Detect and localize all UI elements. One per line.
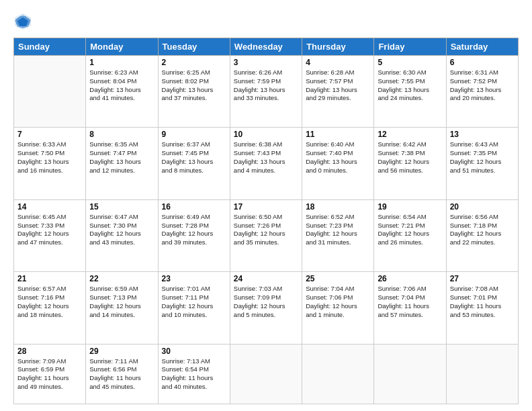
day-info: Sunrise: 6:50 AMSunset: 7:26 PMDaylight:… <box>234 213 298 247</box>
day-info: Sunrise: 6:56 AMSunset: 7:18 PMDaylight:… <box>450 213 515 247</box>
day-number: 28 <box>17 347 82 356</box>
day-info: Sunrise: 6:28 AMSunset: 7:57 PMDaylight:… <box>306 68 370 103</box>
calendar-cell: 19Sunrise: 6:54 AMSunset: 7:21 PMDayligh… <box>374 199 446 271</box>
calendar-cell: 7Sunrise: 6:33 AMSunset: 7:50 PMDaylight… <box>14 128 86 199</box>
day-info: Sunrise: 7:08 AMSunset: 7:01 PMDaylight:… <box>450 285 515 319</box>
day-number: 7 <box>17 130 82 139</box>
day-number: 15 <box>89 202 154 212</box>
day-number: 30 <box>162 347 226 356</box>
day-number: 5 <box>378 58 442 67</box>
day-info: Sunrise: 6:54 AMSunset: 7:21 PMDaylight:… <box>378 213 442 247</box>
day-info: Sunrise: 6:31 AMSunset: 7:52 PMDaylight:… <box>450 68 515 103</box>
day-info: Sunrise: 6:30 AMSunset: 7:55 PMDaylight:… <box>378 68 442 103</box>
day-number: 14 <box>17 202 82 212</box>
day-number: 2 <box>162 58 226 67</box>
day-number: 29 <box>89 347 154 356</box>
day-header-tuesday: Tuesday <box>158 38 230 56</box>
calendar-cell <box>446 344 518 404</box>
day-header-friday: Friday <box>374 38 446 56</box>
day-info: Sunrise: 7:13 AMSunset: 6:54 PMDaylight:… <box>162 357 226 392</box>
header <box>13 12 519 31</box>
calendar-cell: 27Sunrise: 7:08 AMSunset: 7:01 PMDayligh… <box>446 272 518 344</box>
day-number: 23 <box>162 274 226 283</box>
day-info: Sunrise: 6:49 AMSunset: 7:28 PMDaylight:… <box>162 213 226 247</box>
day-info: Sunrise: 6:25 AMSunset: 8:02 PMDaylight:… <box>162 68 226 103</box>
day-info: Sunrise: 6:35 AMSunset: 7:47 PMDaylight:… <box>89 140 154 175</box>
day-header-saturday: Saturday <box>446 38 518 56</box>
day-info: Sunrise: 6:43 AMSunset: 7:35 PMDaylight:… <box>450 140 515 175</box>
calendar-cell: 2Sunrise: 6:25 AMSunset: 8:02 PMDaylight… <box>158 56 230 128</box>
day-number: 17 <box>234 202 298 212</box>
day-number: 13 <box>450 130 515 139</box>
day-info: Sunrise: 7:04 AMSunset: 7:06 PMDaylight:… <box>306 285 370 319</box>
calendar-cell: 25Sunrise: 7:04 AMSunset: 7:06 PMDayligh… <box>302 272 374 344</box>
day-info: Sunrise: 6:23 AMSunset: 8:04 PMDaylight:… <box>89 68 154 103</box>
day-info: Sunrise: 6:40 AMSunset: 7:40 PMDaylight:… <box>306 140 370 175</box>
calendar-cell: 10Sunrise: 6:38 AMSunset: 7:43 PMDayligh… <box>230 128 302 199</box>
day-info: Sunrise: 6:33 AMSunset: 7:50 PMDaylight:… <box>17 140 82 175</box>
calendar-week-row: 14Sunrise: 6:45 AMSunset: 7:33 PMDayligh… <box>14 199 519 271</box>
day-header-sunday: Sunday <box>14 38 86 56</box>
day-number: 11 <box>306 130 370 139</box>
calendar-week-row: 7Sunrise: 6:33 AMSunset: 7:50 PMDaylight… <box>14 128 519 199</box>
calendar-header-row: SundayMondayTuesdayWednesdayThursdayFrid… <box>14 38 519 56</box>
day-number: 3 <box>234 58 298 67</box>
calendar-cell <box>14 56 86 128</box>
day-number: 27 <box>450 274 515 283</box>
day-number: 26 <box>378 274 442 283</box>
calendar-page: SundayMondayTuesdayWednesdayThursdayFrid… <box>0 0 532 411</box>
calendar-cell: 18Sunrise: 6:52 AMSunset: 7:23 PMDayligh… <box>302 199 374 271</box>
day-info: Sunrise: 6:42 AMSunset: 7:38 PMDaylight:… <box>378 140 442 175</box>
calendar-cell: 14Sunrise: 6:45 AMSunset: 7:33 PMDayligh… <box>14 199 86 271</box>
calendar-cell: 17Sunrise: 6:50 AMSunset: 7:26 PMDayligh… <box>230 199 302 271</box>
calendar-cell: 15Sunrise: 6:47 AMSunset: 7:30 PMDayligh… <box>86 199 158 271</box>
day-number: 25 <box>306 274 370 283</box>
day-number: 19 <box>378 202 442 212</box>
day-info: Sunrise: 6:52 AMSunset: 7:23 PMDaylight:… <box>306 213 370 247</box>
calendar-cell <box>374 344 446 404</box>
day-number: 22 <box>89 274 154 283</box>
day-number: 10 <box>234 130 298 139</box>
day-info: Sunrise: 6:47 AMSunset: 7:30 PMDaylight:… <box>89 213 154 247</box>
calendar-cell: 3Sunrise: 6:26 AMSunset: 7:59 PMDaylight… <box>230 56 302 128</box>
day-info: Sunrise: 7:03 AMSunset: 7:09 PMDaylight:… <box>234 285 298 319</box>
calendar-cell: 4Sunrise: 6:28 AMSunset: 7:57 PMDaylight… <box>302 56 374 128</box>
calendar-cell: 8Sunrise: 6:35 AMSunset: 7:47 PMDaylight… <box>86 128 158 199</box>
calendar-week-row: 1Sunrise: 6:23 AMSunset: 8:04 PMDaylight… <box>14 56 519 128</box>
calendar-week-row: 21Sunrise: 6:57 AMSunset: 7:16 PMDayligh… <box>14 272 519 344</box>
day-info: Sunrise: 6:37 AMSunset: 7:45 PMDaylight:… <box>162 140 226 175</box>
calendar-cell <box>302 344 374 404</box>
day-number: 9 <box>162 130 226 139</box>
day-info: Sunrise: 7:01 AMSunset: 7:11 PMDaylight:… <box>162 285 226 319</box>
logo-icon <box>13 12 32 31</box>
calendar-cell: 26Sunrise: 7:06 AMSunset: 7:04 PMDayligh… <box>374 272 446 344</box>
day-number: 18 <box>306 202 370 212</box>
day-number: 20 <box>450 202 515 212</box>
calendar-cell: 11Sunrise: 6:40 AMSunset: 7:40 PMDayligh… <box>302 128 374 199</box>
day-number: 8 <box>89 130 154 139</box>
day-number: 6 <box>450 58 515 67</box>
calendar-cell <box>230 344 302 404</box>
day-header-monday: Monday <box>86 38 158 56</box>
day-number: 12 <box>378 130 442 139</box>
day-info: Sunrise: 7:11 AMSunset: 6:56 PMDaylight:… <box>89 357 154 392</box>
calendar-cell: 29Sunrise: 7:11 AMSunset: 6:56 PMDayligh… <box>86 344 158 404</box>
logo <box>13 12 35 31</box>
calendar-cell: 5Sunrise: 6:30 AMSunset: 7:55 PMDaylight… <box>374 56 446 128</box>
day-info: Sunrise: 6:57 AMSunset: 7:16 PMDaylight:… <box>17 285 82 319</box>
calendar-week-row: 28Sunrise: 7:09 AMSunset: 6:59 PMDayligh… <box>14 344 519 404</box>
day-number: 4 <box>306 58 370 67</box>
day-info: Sunrise: 6:45 AMSunset: 7:33 PMDaylight:… <box>17 213 82 247</box>
day-number: 1 <box>89 58 154 67</box>
calendar-cell: 24Sunrise: 7:03 AMSunset: 7:09 PMDayligh… <box>230 272 302 344</box>
day-info: Sunrise: 6:38 AMSunset: 7:43 PMDaylight:… <box>234 140 298 175</box>
day-header-wednesday: Wednesday <box>230 38 302 56</box>
calendar-cell: 16Sunrise: 6:49 AMSunset: 7:28 PMDayligh… <box>158 199 230 271</box>
day-header-thursday: Thursday <box>302 38 374 56</box>
day-number: 16 <box>162 202 226 212</box>
calendar-cell: 13Sunrise: 6:43 AMSunset: 7:35 PMDayligh… <box>446 128 518 199</box>
calendar-table: SundayMondayTuesdayWednesdayThursdayFrid… <box>13 38 519 404</box>
day-info: Sunrise: 6:59 AMSunset: 7:13 PMDaylight:… <box>89 285 154 319</box>
calendar-cell: 6Sunrise: 6:31 AMSunset: 7:52 PMDaylight… <box>446 56 518 128</box>
calendar-cell: 9Sunrise: 6:37 AMSunset: 7:45 PMDaylight… <box>158 128 230 199</box>
